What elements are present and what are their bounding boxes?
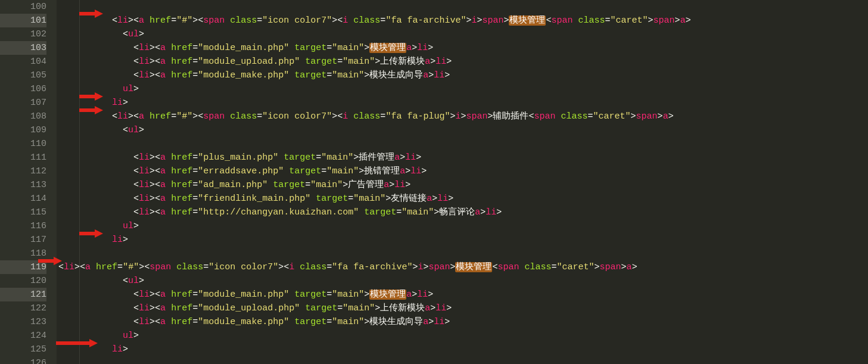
attr-name: target [305,303,337,313]
punct: > [150,43,155,53]
tag-name: li [139,317,150,327]
code-line[interactable]: <li><a href="module_make.php" target="ma… [58,315,868,329]
attr-name: target [316,194,348,204]
punct: = [192,207,198,217]
punct: > [446,303,452,313]
code-line[interactable]: <li><a href="friendlink_main.php" target… [58,192,868,206]
punct: > [128,111,133,122]
tag-name: li [139,180,150,190]
attr-name: target [273,180,305,190]
punct: = [257,111,262,122]
code-line[interactable]: ul> [58,219,868,233]
code-line[interactable]: <ul> [58,123,868,137]
attr-name: target [289,166,321,176]
tag-name: li [410,166,421,176]
code-line[interactable] [58,0,868,14]
tag-name: li [139,70,150,80]
punct: > [364,70,369,80]
code-line[interactable]: li> [58,233,868,247]
string-literal: "main" [326,166,359,176]
code-line[interactable]: <li><a href="module_main.php" target="ma… [58,288,868,301]
code-line[interactable]: <ul> [58,27,868,41]
punct: > [150,317,155,327]
line-number: 114 [0,192,46,206]
tag-name: li [139,207,150,217]
string-literal: "main" [332,290,364,300]
code-line[interactable]: <ul> [58,274,868,288]
code-line[interactable]: <li><a href="plus_main.php" target="main… [58,151,868,164]
code-line[interactable]: ul> [58,82,868,96]
punct: > [686,15,691,26]
punct: < [155,194,160,204]
line-number: 118 [0,247,46,260]
punct: i>span>模块管理<span class="caret">span>a> [418,262,637,272]
tag-name: li [139,290,150,300]
code-line[interactable]: <li><a href="module_upload.php" target="… [58,55,868,69]
punct: < [133,180,139,190]
line-number: 121 [0,288,46,301]
code-line[interactable] [58,356,868,364]
text-content: 友情链接 [391,194,427,204]
string-literal: "main" [332,70,364,80]
tag-name: li [417,43,428,53]
punct: < [155,207,160,217]
punct: > [139,29,144,39]
line-number: 100 [0,0,46,14]
code-line[interactable]: <li><a href="erraddsave.php" target="mai… [58,164,868,178]
punct: a> [627,262,637,272]
punct: > [675,15,680,26]
tag-name: a [394,153,400,163]
string-literal: "caret" [611,15,648,26]
code-line[interactable]: li> [58,343,868,356]
punct: = [192,70,198,80]
code-line[interactable]: <li><a href="#"><span class="icon color7… [58,14,868,27]
code-line[interactable]: <li><a href="module_upload.php" target="… [58,301,868,315]
line-number: 104 [0,55,46,69]
punct: = [396,207,402,217]
attr-name: class [353,15,380,26]
code-line[interactable]: li> [58,96,868,110]
tag-name: li [434,317,444,327]
code-line[interactable]: <li><a href="ad_main.php" target="main">… [58,178,868,192]
punct: > [621,262,627,272]
code-area[interactable]: <li><a href="#"><span class="icon color7… [57,0,868,364]
punct: > [123,98,128,108]
punct: < [123,125,128,135]
code-line[interactable] [58,137,868,151]
punct: > [668,111,674,122]
punct: span>a> [654,15,691,26]
code-line[interactable] [58,247,868,260]
punct: a>li> [427,194,453,204]
attr-name: target [305,57,337,67]
punct: > [405,180,410,190]
punct: li> [112,235,128,245]
punct: < [133,303,139,313]
punct: > [332,111,337,122]
tag-name: a [425,303,430,313]
attr-name: class [561,111,588,122]
tag-name: a [160,57,166,67]
punct: < [58,262,64,272]
code-line[interactable]: ul> [58,329,868,343]
tag-name: span [203,15,225,26]
punct: a>li> [475,207,502,217]
text-content: 辅助插件 [493,111,528,122]
attr-name: class [578,15,605,26]
code-line[interactable]: <li><a href="http://changyan.kuaizhan.co… [58,206,868,219]
punct: < [133,43,139,53]
tag-name: li [139,166,150,176]
punct: > [278,262,284,272]
tag-name: a [160,153,166,163]
tag-name: span [482,15,503,26]
attr-name: href [171,207,192,217]
attr-name: href [150,111,171,122]
punct: < [112,15,117,26]
code-line[interactable]: <li><a href="#"><span class="icon color7… [58,260,868,274]
punct: < [123,276,128,286]
code-line[interactable]: <li><a href="module_make.php" target="ma… [58,69,868,82]
code-line[interactable]: <li><a href="module_main.php" target="ma… [58,41,868,55]
attr-name: target [294,317,326,327]
tag-name: ul [123,331,133,341]
code-line[interactable]: <li><a href="#"><span class="icon color7… [58,110,868,123]
punct: = [605,15,611,26]
